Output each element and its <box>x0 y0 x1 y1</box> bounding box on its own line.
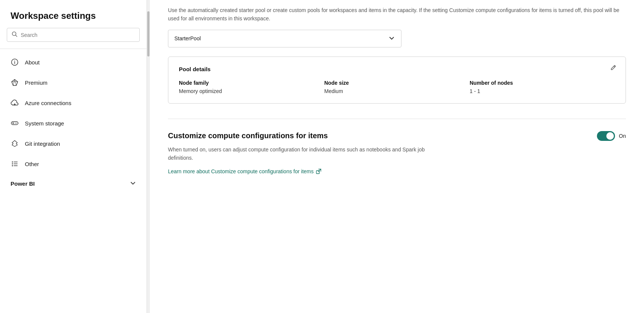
learn-more-link[interactable]: Learn more about Customize compute confi… <box>168 168 321 174</box>
pool-col-node-size-header: Node size <box>324 80 470 86</box>
toggle-on-label: On <box>619 133 626 139</box>
sidebar: Workspace settings About <box>0 0 147 313</box>
sidebar-item-other-label: Other <box>25 161 39 167</box>
svg-point-14 <box>12 162 13 163</box>
storage-icon <box>11 119 19 127</box>
pool-col-node-size-value: Medium <box>324 88 470 94</box>
chevron-down-icon <box>388 35 395 43</box>
external-link-icon <box>316 169 321 174</box>
customize-section: Customize compute configurations for ite… <box>168 119 626 174</box>
chevron-down-icon <box>130 180 136 187</box>
pool-col-num-nodes-header: Number of nodes <box>470 80 615 86</box>
pool-card: Pool details Node family Memory optimize… <box>168 56 626 104</box>
svg-line-1 <box>16 35 17 37</box>
svg-point-11 <box>13 123 14 124</box>
sidebar-item-azure-connections-label: Azure connections <box>25 100 71 106</box>
other-icon <box>11 160 19 168</box>
sidebar-scrollbar-thumb[interactable] <box>147 11 150 56</box>
sidebar-item-system-storage-label: System storage <box>25 120 64 127</box>
sidebar-item-premium-label: Premium <box>25 79 47 86</box>
svg-point-15 <box>12 163 13 165</box>
svg-point-16 <box>12 165 13 166</box>
sidebar-item-azure-connections[interactable]: Azure connections <box>0 93 147 113</box>
pool-card-title: Pool details <box>179 66 615 72</box>
pool-card-grid: Node family Memory optimized Node size M… <box>179 80 615 94</box>
pool-col-num-nodes-value: 1 - 1 <box>470 88 615 94</box>
customize-header: Customize compute configurations for ite… <box>168 131 626 141</box>
pool-col-node-family-value: Memory optimized <box>179 88 324 94</box>
info-circle-icon <box>11 58 19 66</box>
sidebar-item-other[interactable]: Other <box>0 154 147 174</box>
customize-description: When turned on, users can adjust compute… <box>168 145 439 162</box>
search-box[interactable] <box>7 28 140 42</box>
pool-col-node-family: Node family Memory optimized <box>179 80 324 94</box>
svg-marker-5 <box>12 79 18 86</box>
pool-col-node-size: Node size Medium <box>324 80 470 94</box>
sidebar-item-git-integration-label: Git integration <box>25 140 60 147</box>
search-icon <box>12 31 18 38</box>
svg-point-3 <box>14 61 15 61</box>
customize-title: Customize compute configurations for ite… <box>168 131 328 140</box>
sidebar-scrollbar[interactable] <box>147 0 150 313</box>
diamond-icon <box>11 78 19 87</box>
customize-toggle[interactable] <box>597 131 615 141</box>
svg-line-20 <box>614 66 615 67</box>
cloud-icon <box>11 99 19 107</box>
pool-dropdown-value: StarterPool <box>174 35 201 41</box>
page-title: Workspace settings <box>0 0 147 28</box>
main-content: Use the automatically created starter po… <box>150 0 644 313</box>
pool-card-edit-button[interactable] <box>610 64 617 72</box>
sidebar-divider <box>0 49 147 49</box>
sidebar-section-power-bi[interactable]: Power BI <box>0 174 147 193</box>
pool-col-num-nodes: Number of nodes 1 - 1 <box>470 80 615 94</box>
pool-col-node-family-header: Node family <box>179 80 324 86</box>
sidebar-item-about-label: About <box>25 59 40 66</box>
search-input[interactable] <box>21 32 135 38</box>
svg-marker-13 <box>12 140 17 147</box>
sidebar-item-git-integration[interactable]: Git integration <box>0 133 147 154</box>
sidebar-item-system-storage[interactable]: System storage <box>0 113 147 133</box>
toggle-container: On <box>597 131 626 141</box>
sidebar-item-about[interactable]: About <box>0 52 147 72</box>
power-bi-label: Power BI <box>11 180 35 187</box>
sidebar-item-premium[interactable]: Premium <box>0 72 147 93</box>
learn-more-text: Learn more about Customize compute confi… <box>168 168 314 174</box>
pool-description: Use the automatically created starter po… <box>168 0 626 30</box>
git-icon <box>11 139 19 148</box>
pool-dropdown[interactable]: StarterPool <box>168 30 401 47</box>
